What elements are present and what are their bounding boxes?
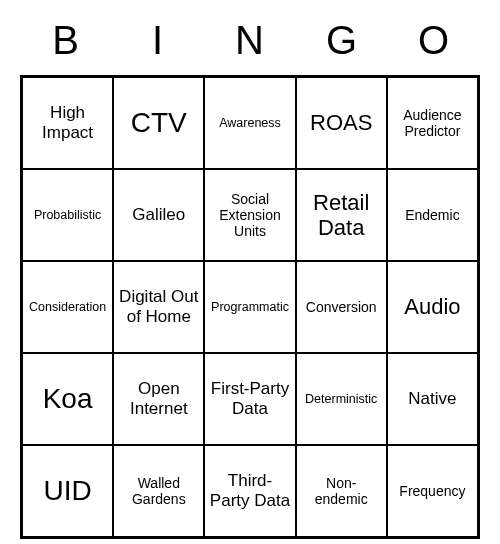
cell-text: Social Extension Units <box>209 191 290 239</box>
header-letter-g: G <box>296 18 388 63</box>
cell-text: Digital Out of Home <box>118 287 199 326</box>
header-letter-o: O <box>388 18 480 63</box>
bingo-cell[interactable]: Probabilistic <box>22 169 113 261</box>
grid-row: Koa Open Internet First-Party Data Deter… <box>22 353 478 445</box>
bingo-cell[interactable]: Non-endemic <box>296 445 387 537</box>
bingo-cell[interactable]: Programmatic <box>204 261 295 353</box>
cell-text: First-Party Data <box>209 379 290 418</box>
bingo-cell[interactable]: Social Extension Units <box>204 169 295 261</box>
bingo-cell[interactable]: CTV <box>113 77 204 169</box>
cell-text: Deterministic <box>305 392 377 406</box>
bingo-cell[interactable]: Digital Out of Home <box>113 261 204 353</box>
bingo-cell[interactable]: Walled Gardens <box>113 445 204 537</box>
cell-text: Walled Gardens <box>118 475 199 507</box>
cell-text: Non-endemic <box>301 475 382 507</box>
bingo-cell[interactable]: Open Internet <box>113 353 204 445</box>
bingo-cell[interactable]: Frequency <box>387 445 478 537</box>
cell-text: Retail Data <box>301 190 382 241</box>
cell-text: Programmatic <box>211 300 289 314</box>
grid-row: UID Walled Gardens Third-Party Data Non-… <box>22 445 478 537</box>
bingo-cell[interactable]: Audio <box>387 261 478 353</box>
bingo-cell[interactable]: Awareness <box>204 77 295 169</box>
cell-text: Audience Predictor <box>392 107 473 139</box>
bingo-cell[interactable]: Galileo <box>113 169 204 261</box>
bingo-cell[interactable]: Koa <box>22 353 113 445</box>
cell-text: Consideration <box>29 300 106 314</box>
cell-text: Awareness <box>219 116 281 130</box>
bingo-cell[interactable]: ROAS <box>296 77 387 169</box>
cell-text: Endemic <box>405 207 459 223</box>
bingo-cell[interactable]: Endemic <box>387 169 478 261</box>
cell-text: Koa <box>43 383 93 415</box>
grid-row: Probabilistic Galileo Social Extension U… <box>22 169 478 261</box>
grid-row: Consideration Digital Out of Home Progra… <box>22 261 478 353</box>
bingo-cell[interactable]: Retail Data <box>296 169 387 261</box>
cell-text: Conversion <box>306 299 377 315</box>
bingo-cell[interactable]: Conversion <box>296 261 387 353</box>
grid-row: High Impact CTV Awareness ROAS Audience … <box>22 77 478 169</box>
cell-text: CTV <box>131 107 187 139</box>
bingo-cell[interactable]: UID <box>22 445 113 537</box>
cell-text: Third-Party Data <box>209 471 290 510</box>
bingo-cell[interactable]: First-Party Data <box>204 353 295 445</box>
cell-text: High Impact <box>27 103 108 142</box>
cell-text: Native <box>408 389 456 409</box>
header-letter-b: B <box>20 18 112 63</box>
bingo-header: B I N G O <box>20 18 480 63</box>
cell-text: ROAS <box>310 110 372 135</box>
bingo-cell[interactable]: Deterministic <box>296 353 387 445</box>
bingo-cell[interactable]: Consideration <box>22 261 113 353</box>
bingo-grid: High Impact CTV Awareness ROAS Audience … <box>20 75 480 539</box>
cell-text: Open Internet <box>118 379 199 418</box>
bingo-cell[interactable]: Native <box>387 353 478 445</box>
cell-text: Probabilistic <box>34 208 101 222</box>
cell-text: Frequency <box>399 483 465 499</box>
header-letter-i: I <box>112 18 204 63</box>
cell-text: UID <box>43 475 91 507</box>
bingo-cell[interactable]: High Impact <box>22 77 113 169</box>
cell-text: Galileo <box>132 205 185 225</box>
bingo-cell[interactable]: Third-Party Data <box>204 445 295 537</box>
cell-text: Audio <box>404 294 460 319</box>
header-letter-n: N <box>204 18 296 63</box>
bingo-cell[interactable]: Audience Predictor <box>387 77 478 169</box>
